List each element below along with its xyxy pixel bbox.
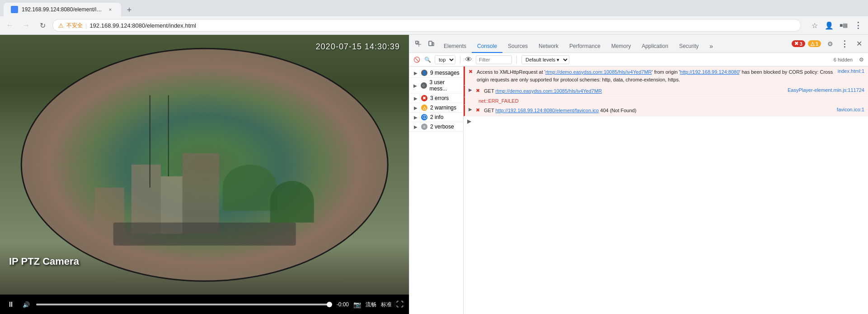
errors-label: 3 errors: [430, 95, 449, 101]
console-main: ✖ Access to XMLHttpRequest at 'rtmp://de…: [464, 67, 868, 314]
video-panel: 2020-07-15 14:30:39 IP PTZ Camera ⏸ 🔊 -0…: [0, 35, 409, 314]
devtools-toolbar: Elements Console Sources Network Perform…: [409, 35, 868, 53]
filter-verbose[interactable]: ▶ ≡ 2 verbose: [409, 122, 463, 132]
security-warning-icon: ⚠: [58, 22, 64, 29]
origin-url-link[interactable]: http://192.168.99.124:8080: [680, 69, 740, 75]
svg-rect-0: [416, 41, 418, 43]
filter-user-messages[interactable]: ▶ ○ 3 user mess...: [409, 78, 463, 94]
more-tabs-button[interactable]: »: [704, 40, 718, 53]
cors-url-link[interactable]: rtmp://demo.easydss.com:10085/hls/iv4Yed…: [545, 69, 652, 75]
expand-arrow: ▶: [413, 70, 418, 76]
expand-arrow3: ▶: [413, 95, 418, 101]
progress-bar[interactable]: [36, 304, 332, 305]
log-entry-cors-error[interactable]: ✖ Access to XMLHttpRequest at 'rtmp://de…: [464, 67, 868, 86]
filter-warnings[interactable]: ▶ △ 2 warnings: [409, 103, 463, 113]
log-levels-select[interactable]: Default levels ▾: [521, 55, 569, 64]
tab-application[interactable]: Application: [636, 40, 674, 53]
devtools-panel: Elements Console Sources Network Perform…: [409, 35, 868, 314]
screenshot-button[interactable]: 📷: [353, 301, 361, 308]
url-separator: |: [85, 22, 87, 29]
expand-get-error[interactable]: ▶: [469, 87, 472, 95]
get-error-source[interactable]: EasyPlayer-element.min.js:111724: [788, 87, 864, 95]
tab-close-button[interactable]: ×: [107, 6, 114, 13]
new-tab-button[interactable]: +: [123, 4, 136, 16]
warning-icon: △: [811, 41, 814, 47]
cors-error-source[interactable]: index.html:1: [838, 68, 864, 83]
error-icon: ✖: [794, 41, 798, 47]
devtools-settings-button[interactable]: ⚙: [825, 38, 835, 49]
warning-icon2: △: [421, 105, 427, 111]
play-pause-button[interactable]: ⏸: [5, 299, 16, 310]
settings-gear-icon[interactable]: ⚙: [858, 57, 864, 63]
get-url-link[interactable]: rtmp://demo.easydss.com:10085/hls/iv4Yed…: [495, 88, 602, 94]
tab-network[interactable]: Network: [533, 40, 564, 53]
tab-console[interactable]: Console: [472, 40, 502, 53]
bookmark-button[interactable]: ☆: [808, 19, 821, 32]
tab-performance[interactable]: Performance: [564, 40, 606, 53]
error-log-icon2: ✖: [476, 87, 482, 95]
error-count-badge[interactable]: ✖ 3: [792, 40, 805, 47]
tab-bar: 192.168.99.124:8080/element/index.html ×…: [0, 0, 868, 16]
standard-quality-button[interactable]: 标准: [381, 301, 392, 309]
devtools-more-button[interactable]: ⋮: [839, 38, 850, 49]
error-log-icon3: ✖: [476, 107, 482, 114]
clear-console-button[interactable]: 🚫: [413, 56, 420, 63]
url-text: 192.168.99.124:8080/element/index.html: [89, 22, 795, 29]
all-messages-label: 9 messages: [430, 70, 460, 76]
verbose-label: 2 verbose: [430, 124, 454, 130]
warning-count: 1: [816, 41, 818, 47]
warnings-label: 2 warnings: [430, 105, 456, 111]
security-label: 不安全: [66, 22, 83, 29]
volume-button[interactable]: 🔊: [21, 299, 32, 310]
menu-button[interactable]: ⋮: [852, 19, 864, 32]
log-entry-favicon-error[interactable]: ▶ ✖ GET http://192.168.99.124:8080/eleme…: [464, 105, 868, 117]
active-tab[interactable]: 192.168.99.124:8080/element/index.html ×: [4, 3, 121, 16]
filter-all-messages[interactable]: ▶ 👤 9 messages: [409, 68, 463, 78]
expand-arrow4: ▶: [413, 105, 418, 110]
cors-error-text: Access to XMLHttpRequest at 'rtmp://demo…: [477, 68, 836, 83]
video-controls: ⏸ 🔊 -0:00 📷 流畅 标准 ⛶: [0, 295, 409, 314]
tab-sources[interactable]: Sources: [502, 40, 533, 53]
expand-arrow6: ▶: [413, 124, 418, 129]
user-messages-label: 3 user mess...: [430, 79, 460, 92]
error-log-icon: ✖: [469, 68, 475, 83]
log-entry-get-error[interactable]: ▶ ✖ GET rtmp://demo.easydss.com:10085/hl…: [464, 86, 868, 97]
browser-actions: ☆ 👤 ■▩ ⋮: [808, 19, 864, 32]
profile-button[interactable]: 👤: [823, 19, 835, 32]
console-filter-input[interactable]: [476, 55, 512, 64]
inspect-element-button[interactable]: [413, 38, 424, 49]
tab-elements[interactable]: Elements: [438, 40, 472, 53]
devtools-top-right: ✖ 3 △ 1 ⚙ ⋮ ✕: [792, 38, 864, 49]
warning-count-badge[interactable]: △ 1: [808, 40, 821, 47]
expand-more-button[interactable]: ▶: [464, 116, 868, 126]
tab-memory[interactable]: Memory: [606, 40, 636, 53]
reload-button[interactable]: ↻: [36, 19, 49, 32]
filter-info[interactable]: ▶ ⓘ 2 info: [409, 113, 463, 122]
eye-icon[interactable]: 👁: [465, 56, 472, 63]
fullscreen-button[interactable]: ⛶: [396, 300, 404, 309]
favicon-error-text: GET http://192.168.99.124:8080/element/f…: [484, 107, 835, 114]
back-button[interactable]: ←: [4, 19, 16, 32]
badge-area: ✖ 3 △ 1: [792, 40, 821, 47]
forward-button[interactable]: →: [20, 19, 33, 32]
expand-favicon-error[interactable]: ▶: [469, 107, 472, 114]
extensions-button[interactable]: ■▩: [837, 19, 850, 32]
svg-rect-2: [432, 43, 434, 46]
camera-fisheye: [20, 48, 389, 282]
favicon-url-link[interactable]: http://192.168.99.124:8080/element/favic…: [495, 108, 599, 113]
toolbar-divider2: [516, 56, 517, 64]
hidden-count-label: 6 hidden: [834, 57, 853, 62]
close-devtools-button[interactable]: ✕: [854, 38, 864, 49]
fluent-quality-button[interactable]: 流畅: [366, 301, 376, 309]
tab-security[interactable]: Security: [674, 40, 704, 53]
url-bar[interactable]: ⚠ 不安全 | 192.168.99.124:8080/element/inde…: [52, 19, 801, 32]
verbose-icon: ≡: [421, 124, 427, 130]
error-icon2: ✖: [421, 95, 427, 101]
svg-rect-1: [429, 41, 432, 46]
favicon-error-source[interactable]: favicon.ico:1: [837, 107, 864, 114]
execution-context-select[interactable]: top: [435, 55, 455, 64]
video-feed: 2020-07-15 14:30:39 IP PTZ Camera: [0, 35, 409, 295]
toolbar-divider: [460, 56, 460, 64]
filter-errors[interactable]: ▶ ✖ 3 errors: [409, 94, 463, 103]
device-toolbar-button[interactable]: [426, 38, 436, 49]
